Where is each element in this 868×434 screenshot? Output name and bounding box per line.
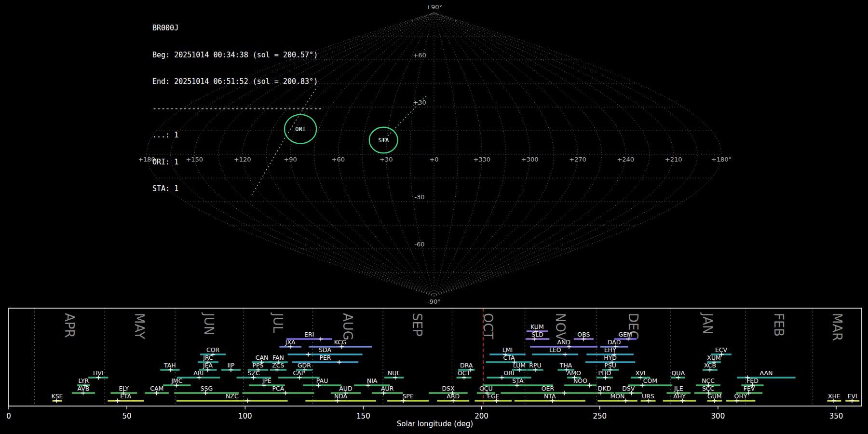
shower-label-jle: JLE bbox=[674, 385, 683, 392]
shower-label-ahy: AHY bbox=[673, 393, 686, 400]
month-label: SEP bbox=[410, 313, 424, 337]
shower-label-avb: AVB bbox=[77, 385, 89, 392]
x-tick-label: 350 bbox=[829, 412, 843, 420]
shower-label-pau: PAU bbox=[316, 377, 328, 384]
shower-label-cor: COR bbox=[206, 346, 220, 353]
shower-label-nta: NTA bbox=[544, 393, 556, 400]
shower-label-ely: ELY bbox=[119, 385, 129, 392]
shower-label-oct: OCT bbox=[458, 369, 471, 377]
x-tick-label: 200 bbox=[475, 412, 488, 420]
shower-label-oer: OER bbox=[542, 385, 555, 392]
peak-marker bbox=[562, 391, 567, 395]
station-id: BR000J bbox=[152, 24, 322, 33]
month-label: AUG bbox=[340, 313, 355, 340]
shower-label-and: AND bbox=[557, 339, 570, 346]
shower-label-can: CAN bbox=[256, 354, 269, 361]
sky-lat-label: -30 bbox=[414, 193, 424, 201]
sky-lat-label: -60 bbox=[414, 241, 424, 248]
month-label: MAR bbox=[830, 313, 844, 341]
sky-lat-label: +60 bbox=[413, 52, 426, 59]
shower-label-per: PER bbox=[319, 354, 331, 361]
shower-label-sld: SLD bbox=[531, 331, 543, 338]
shower-label-nzc: NZC bbox=[226, 393, 239, 400]
shower-label-cam: CAM bbox=[150, 385, 163, 392]
shower-label-xvi: XVI bbox=[636, 369, 646, 377]
shower-label-ocu: OCU bbox=[479, 385, 493, 392]
sky-pole-label-top: +90° bbox=[426, 3, 442, 11]
shower-label-xhe: XHE bbox=[828, 393, 841, 400]
shower-label-pps: PPS bbox=[252, 362, 263, 369]
count-sta: STA: 1 bbox=[152, 184, 322, 193]
x-tick-label: 0 bbox=[6, 412, 11, 420]
shower-label-aur: AUR bbox=[381, 385, 394, 392]
shower-label-ehy: EHY bbox=[604, 346, 616, 353]
x-tick-label: 100 bbox=[238, 412, 252, 420]
shower-label-urs: URS bbox=[642, 393, 654, 400]
month-label: JAN bbox=[700, 312, 715, 334]
sky-lon-label: +60 bbox=[332, 156, 345, 163]
shower-label-dra: DRA bbox=[460, 362, 473, 369]
meteor-info-panel: BR000J Beg: 20251014 00:34:38 (sol = 200… bbox=[152, 6, 322, 211]
shower-label-com: COM bbox=[643, 377, 657, 384]
shower-label-aan: AAN bbox=[760, 369, 773, 377]
peak-marker bbox=[245, 399, 250, 403]
shower-label-zcs: ZCS bbox=[272, 362, 284, 369]
x-axis-title: Solar longitude (deg) bbox=[397, 420, 473, 428]
month-label: JUL bbox=[271, 312, 285, 333]
shower-label-pca: PCA bbox=[272, 385, 284, 392]
shower-label-qua: QUA bbox=[672, 369, 685, 377]
sky-lon-label: +180° bbox=[711, 156, 732, 163]
shower-label-mon: MON bbox=[610, 393, 625, 400]
shower-label-noo: NOO bbox=[573, 377, 587, 384]
shower-label-nia: NIA bbox=[367, 377, 378, 384]
radiant-activity-plot: Solar longitude (deg) +180+150+120+90+60… bbox=[0, 0, 868, 434]
shower-label-nda: NDA bbox=[334, 393, 348, 400]
shower-label-xcb: XCB bbox=[704, 362, 716, 369]
begin-time-line: Beg: 20251014 00:34:38 (sol = 200.57°) bbox=[152, 51, 322, 60]
shower-label-amo: AMO bbox=[567, 369, 581, 377]
shower-label-rpu: RPU bbox=[529, 362, 541, 369]
shower-label-jrc: JRC bbox=[203, 354, 213, 361]
shower-label-gdr: GDR bbox=[298, 362, 311, 369]
month-label: APR bbox=[62, 313, 77, 338]
peak-marker bbox=[306, 353, 311, 357]
shower-label-gum: GUM bbox=[707, 393, 722, 400]
shower-label-scc: SCC bbox=[702, 385, 715, 392]
shower-label-jxa: JXA bbox=[285, 339, 296, 346]
shower-label-jpe: JPE bbox=[262, 377, 271, 384]
sky-pole-label-bottom: -90° bbox=[427, 298, 441, 305]
shower-label-iip: IIP bbox=[227, 362, 234, 369]
peak-marker bbox=[563, 353, 567, 357]
shower-label-gem: GEM bbox=[619, 331, 632, 338]
shower-label-tah: TAH bbox=[163, 362, 176, 369]
shower-label-xum: XUM bbox=[707, 354, 721, 361]
shower-label-hyd: HYD bbox=[604, 354, 617, 361]
shower-label-kse: KSE bbox=[51, 393, 63, 400]
shower-label-sta: STA bbox=[512, 377, 524, 384]
shower-label-ssg: SSG bbox=[201, 385, 213, 392]
shower-label-dsx: DSX bbox=[442, 385, 455, 392]
peak-marker bbox=[319, 337, 323, 341]
shower-label-eta: ETA bbox=[120, 393, 132, 400]
shower-label-evi: EVI bbox=[848, 393, 857, 400]
radiant-plot-screen: Solar longitude (deg) +180+150+120+90+60… bbox=[0, 0, 868, 434]
sky-meridian bbox=[434, 13, 650, 296]
shower-label-ard: ARD bbox=[447, 393, 460, 400]
shower-label-eri: ERI bbox=[304, 331, 314, 338]
shower-label-cap: CAP bbox=[293, 369, 305, 377]
count-ori: ORI: 1 bbox=[152, 158, 322, 167]
sky-lat-label: +30 bbox=[413, 99, 426, 106]
separator-line: --------------------------------------- bbox=[152, 104, 322, 113]
month-label: NOV bbox=[553, 313, 568, 340]
x-tick-label: 250 bbox=[593, 412, 607, 420]
shower-label-psu: PSU bbox=[604, 362, 616, 369]
x-tick-label: 150 bbox=[356, 412, 370, 420]
activity-chart: APRMAYJUNJULAUGSEPOCTNOVDECJANFEBMARKUME… bbox=[6, 308, 862, 420]
shower-label-dad: DAD bbox=[608, 339, 621, 346]
shower-label-kum: KUM bbox=[530, 323, 544, 330]
month-label: FEB bbox=[772, 313, 786, 337]
x-tick-label: 50 bbox=[122, 412, 132, 420]
shower-label-lmi: LMI bbox=[502, 346, 513, 353]
month-label: JUN bbox=[202, 312, 216, 335]
shower-label-nue: NUE bbox=[388, 369, 400, 377]
